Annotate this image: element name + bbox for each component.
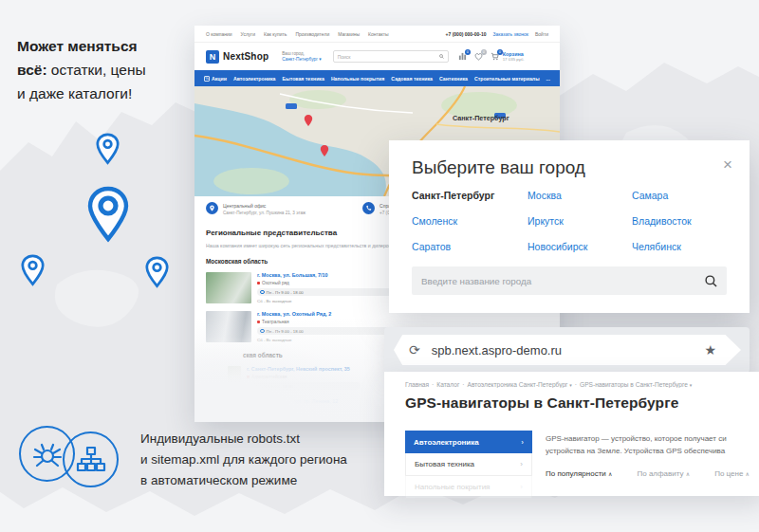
office-address-link[interactable]: г. Москва, ул. Охотный Ряд, 2: [257, 311, 399, 317]
topbar-link-services[interactable]: Услуги: [241, 31, 255, 37]
city-option-samara[interactable]: Самара: [632, 190, 668, 201]
spider-icon: [31, 438, 64, 470]
office-photo: [228, 366, 241, 384]
menu-item-autoelectronics[interactable]: Автоэлектроника›: [405, 431, 532, 453]
bookmark-star-icon[interactable]: ★: [704, 342, 716, 358]
cart-icon[interactable]: 0: [491, 52, 499, 61]
office-address-link[interactable]: г. Санкт-Петербург, Невский проспект, 35: [247, 366, 361, 372]
tagline-line2-bold: всё:: [17, 62, 47, 78]
gps-page-card: Главная·Каталог·Автоэлектроника Санкт-Пе…: [384, 372, 759, 496]
sort-bar: По популярности ∧ По алфавиту ∧ По цене …: [546, 469, 750, 478]
chevron-right-icon: ›: [520, 460, 523, 468]
compare-icon[interactable]: 0: [458, 52, 467, 61]
city-select-modal: Выберите ваш город × Санкт-Петербург Мос…: [389, 140, 750, 313]
address-bar[interactable]: ⟳ spb.next.aspro-demo.ru ★: [394, 335, 741, 365]
office-photo: [206, 311, 251, 342]
topbar-link-contacts[interactable]: Контакты: [368, 31, 389, 37]
clock-icon: [250, 384, 254, 389]
metro-icon: [257, 321, 260, 323]
search-placeholder: Поиск: [338, 54, 439, 60]
nav-item-building[interactable]: Строительные материалы: [474, 76, 540, 82]
city-option-spb[interactable]: Санкт-Петербург: [412, 190, 494, 201]
sitemap-icon: [75, 444, 107, 476]
office-hours: Пн - Пт 9.00 - 18.00: [267, 290, 304, 295]
browser-url-bar: ⟳ spb.next.aspro-demo.ru ★: [384, 327, 750, 373]
sitemap-circle: [63, 431, 119, 487]
menu-item-flooring[interactable]: Напольные покрытия›: [405, 476, 532, 499]
close-icon[interactable]: ×: [723, 156, 732, 174]
main-nav: %Акции Автоэлектроника Бытовая техника Н…: [194, 70, 560, 86]
cart-link[interactable]: Корзина: [503, 51, 525, 57]
sort-popularity[interactable]: По популярности ∧: [546, 469, 612, 478]
breadcrumb-autoelectronics[interactable]: Автоэлектроника Санкт-Петербург: [468, 381, 568, 388]
office-closed: Выходной: [247, 393, 361, 397]
office-metro: Адмиралтейская: [251, 375, 287, 379]
topbar-link-about[interactable]: О компании: [206, 31, 232, 37]
office-address-link[interactable]: г. Москва, ул. Большая, 7/10: [257, 272, 399, 278]
caret-up-icon: ∧: [686, 471, 690, 477]
nav-item-autoelectronics[interactable]: Автоэлектроника: [233, 76, 276, 82]
chevron-down-icon[interactable]: ▾: [690, 382, 693, 388]
map-city-label: Санкт-Петербург: [453, 114, 509, 122]
nav-item-sales[interactable]: %Акции: [204, 76, 227, 82]
page-title: GPS-навигаторы в Санкт-Петербурге: [405, 394, 759, 412]
city-search-input[interactable]: [421, 276, 705, 286]
city-selector[interactable]: Санкт-Петербург ▾: [282, 57, 321, 63]
pin-icon: [206, 202, 218, 214]
caret-up-icon: ∧: [608, 471, 612, 477]
chevron-down-icon[interactable]: ▾: [569, 382, 572, 388]
modal-title: Выберите ваш город: [412, 157, 585, 178]
seo-feature-text: Индивидуальные robots.txt и sitemap.xml …: [140, 429, 347, 491]
office-metro: Охотный ряд: [262, 281, 289, 285]
office-address-link[interactable]: ург, пр. Ленина, 12: [294, 398, 338, 404]
header-search-input[interactable]: Поиск: [333, 50, 449, 63]
office-closed: Сб - Вс выходные: [257, 338, 399, 342]
favorites-badge: 0: [481, 49, 487, 55]
nav-item-garden[interactable]: Садовая техника: [391, 76, 433, 82]
search-icon[interactable]: [705, 275, 717, 287]
breadcrumb-gps[interactable]: GPS-навигаторы в Санкт-Петербурге: [580, 381, 688, 388]
chevron-right-icon: ›: [521, 438, 524, 447]
nav-item-more[interactable]: ...: [546, 76, 550, 82]
topbar-link-howtobuy[interactable]: Как купить: [264, 31, 287, 37]
city-option-saratov[interactable]: Саратов: [412, 241, 451, 252]
breadcrumb-home[interactable]: Главная: [405, 381, 429, 388]
nextshop-logo-text[interactable]: NextShop: [223, 51, 268, 62]
site-topbar: О компании Услуги Как купить Производите…: [194, 26, 560, 43]
city-option-moscow[interactable]: Москва: [528, 190, 562, 201]
cart-badge: 0: [497, 49, 503, 55]
map-pin-icon: [95, 133, 120, 165]
nav-item-appliances[interactable]: Бытовая техника: [283, 76, 324, 82]
nav-item-flooring[interactable]: Напольные покрытия: [331, 76, 384, 82]
city-option-vladivostok[interactable]: Владивосток: [632, 215, 692, 227]
breadcrumb-catalog[interactable]: Каталог: [436, 381, 459, 388]
office-photo: [206, 272, 251, 303]
caret-up-icon: ∧: [746, 471, 750, 477]
topbar-phone: +7 (000) 000-00-10: [446, 31, 487, 37]
clock-icon: [260, 329, 265, 334]
city-option-smolensk[interactable]: Смоленск: [412, 215, 457, 227]
city-option-novosibirsk[interactable]: Новосибирск: [528, 241, 587, 252]
city-option-chelyabinsk[interactable]: Челябинск: [632, 241, 681, 252]
city-option-irkutsk[interactable]: Иркутск: [528, 215, 564, 227]
category-description: GPS-навигатор — устройство, которое полу…: [546, 432, 759, 457]
sort-alphabet[interactable]: По алфавиту ∧: [637, 469, 690, 478]
contact-office-address: Санкт-Петербург, ул. Пушкина 21, 3 этаж: [223, 211, 305, 215]
site-header: N NextShop Ваш город, Санкт-Петербург ▾ …: [194, 43, 560, 70]
menu-item-appliances[interactable]: Бытовая техника›: [405, 453, 532, 476]
url-text[interactable]: spb.next.aspro-demo.ru: [432, 343, 705, 358]
topbar-link-stores[interactable]: Магазины: [338, 31, 360, 37]
metro-icon: [247, 376, 250, 378]
topbar-link-brands[interactable]: Производители: [295, 31, 329, 37]
favorites-icon[interactable]: 0: [474, 52, 483, 61]
login-link[interactable]: Войти: [535, 31, 548, 37]
refresh-icon[interactable]: ⟳: [409, 342, 420, 358]
sort-price[interactable]: По цене ∧: [714, 469, 750, 478]
map-pin-icon: [144, 256, 170, 288]
city-search-field[interactable]: [412, 266, 727, 295]
metro-icon: [257, 282, 260, 284]
map-pin-icon: [20, 254, 46, 286]
nextshop-logo-icon[interactable]: N: [206, 50, 219, 64]
callback-link[interactable]: Заказать звонок: [493, 31, 528, 37]
nav-item-plumbing[interactable]: Сантехника: [439, 76, 468, 82]
